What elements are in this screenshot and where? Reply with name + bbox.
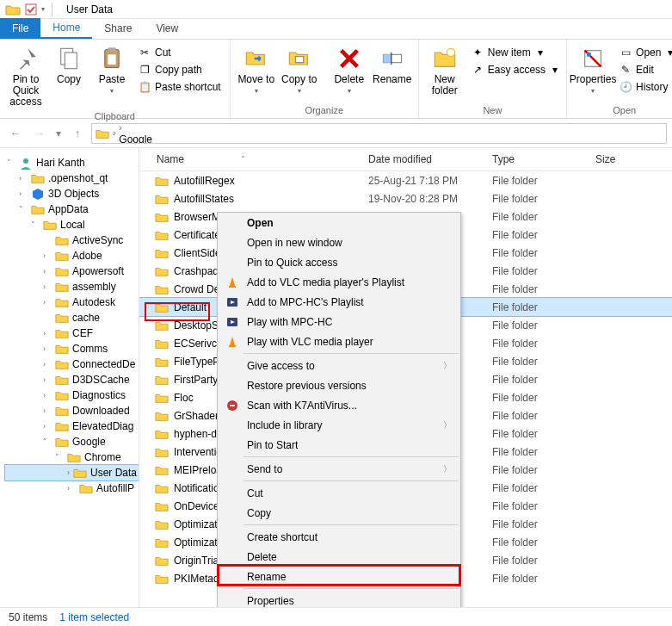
paste-button[interactable]: Paste ▾ (91, 43, 133, 98)
menu-item-label: Pin to Quick access (242, 257, 452, 269)
open-icon: ▭ (619, 46, 632, 59)
menu-item-label: Delete (242, 551, 452, 563)
cut-button[interactable]: ✂Cut (134, 45, 225, 60)
tree-item[interactable]: ˅Google (5, 434, 139, 449)
context-menu-item[interactable]: Send to〉 (218, 459, 460, 479)
edit-button[interactable]: ✎Edit (615, 62, 672, 77)
menu-item-label: Cut (242, 487, 452, 499)
tree-item[interactable]: ˅Chrome (5, 449, 139, 465)
tree-item[interactable]: ›Autodesk (5, 294, 139, 310)
qat-dropdown-icon[interactable]: ▾ (41, 5, 45, 13)
breadcrumb[interactable]: › Hari Kanth›AppData›Local›Google›Chrome… (91, 123, 667, 144)
ribbon-tabs: File Home Share View (0, 19, 672, 40)
svg-rect-2 (65, 53, 77, 69)
pin-to-quick-access-button[interactable]: Pin to Quick access (5, 43, 46, 109)
navigation-tree[interactable]: ˅Hari Kanth›.openshot_qt›3D Objects˅AppD… (0, 148, 139, 607)
tree-item[interactable]: ›Downloaded (5, 403, 139, 418)
context-menu-item[interactable]: Scan with K7AntiVirus... (218, 395, 460, 415)
context-menu-item[interactable]: Add to MPC-HC's Playlist (218, 292, 460, 312)
tree-item[interactable]: ›ElevatedDiag (5, 418, 139, 434)
column-type[interactable]: Type (485, 148, 589, 170)
tab-share[interactable]: Share (92, 18, 144, 39)
qat-checkbox-icon[interactable] (24, 3, 38, 16)
context-menu-item[interactable]: Open in new window (218, 232, 460, 252)
back-button[interactable]: ← (5, 123, 26, 144)
tree-item[interactable]: ˅AppData (5, 201, 139, 217)
menu-item-label: Open in new window (242, 237, 452, 249)
properties-button[interactable]: Properties▾ (572, 43, 613, 98)
tree-item[interactable]: ›CEF (5, 325, 139, 341)
tree-item[interactable]: ›D3DSCache (5, 372, 139, 387)
tree-item[interactable]: ›assembly (5, 279, 139, 294)
context-menu-item[interactable]: Pin to Start (218, 435, 460, 455)
context-menu-item[interactable]: Add to VLC media player's Playlist (218, 272, 460, 292)
tree-item[interactable]: ›.openshot_qt (5, 170, 139, 186)
tree-item[interactable]: cache (5, 310, 139, 325)
context-menu-item[interactable]: Copy (218, 503, 460, 523)
context-menu-item[interactable]: Open (218, 213, 460, 232)
up-button[interactable]: ↑ (67, 123, 88, 144)
tree-item[interactable]: ›Comms (5, 341, 139, 356)
forward-button[interactable]: → (29, 123, 50, 144)
tab-home[interactable]: Home (40, 18, 92, 39)
tree-item[interactable]: ›AutofillP (5, 480, 139, 496)
move-to-button[interactable]: Move to▾ (236, 43, 277, 98)
delete-button[interactable]: Delete▾ (329, 43, 370, 98)
context-menu-item[interactable]: Play with MPC-HC (218, 312, 460, 332)
tree-item[interactable]: ›ConnectedDe (5, 356, 139, 372)
easy-access-icon: ↗ (471, 63, 484, 77)
column-date[interactable]: Date modified (361, 148, 485, 170)
folder-icon (155, 338, 169, 350)
context-menu-item[interactable]: Cut (218, 483, 460, 503)
open-button[interactable]: ▭Open ▾ (615, 45, 672, 60)
move-to-icon (243, 45, 270, 72)
tree-item[interactable]: ˅Hari Kanth (5, 155, 139, 170)
easy-access-button[interactable]: ↗Easy access ▾ (467, 62, 561, 77)
new-item-icon: ✦ (471, 46, 484, 59)
copy-path-button[interactable]: ❐Copy path (134, 62, 225, 77)
new-folder-button[interactable]: New folder (424, 43, 465, 98)
list-row[interactable]: AutofillRegex25-Aug-21 7:18 PMFile folde… (139, 171, 672, 189)
context-menu-item[interactable]: Include in library〉 (218, 415, 460, 435)
file-type: File folder (485, 247, 589, 259)
paste-shortcut-icon: 📋 (138, 80, 151, 94)
list-row[interactable]: AutofillStates19-Nov-20 8:28 PMFile fold… (139, 189, 672, 208)
copy-button[interactable]: Copy (48, 43, 89, 87)
folder-icon (155, 301, 169, 313)
context-menu-item[interactable]: Properties (218, 591, 460, 607)
column-size[interactable]: Size (589, 148, 657, 170)
tree-item[interactable]: ActiveSync (5, 232, 139, 248)
context-menu-item[interactable]: Rename (218, 567, 460, 586)
tab-file[interactable]: File (0, 18, 40, 39)
context-menu-item[interactable]: Delete (218, 547, 460, 567)
breadcrumb-segment[interactable]: Google (119, 133, 168, 144)
status-selected: 1 item selected (59, 611, 129, 623)
new-item-button[interactable]: ✦New item ▾ (467, 45, 561, 60)
context-menu-item[interactable]: Give access to〉 (218, 356, 460, 375)
quick-access-toolbar: ▾ (0, 3, 61, 16)
context-menu-item[interactable]: Restore previous versions (218, 375, 460, 395)
tree-item[interactable]: ˅Local (5, 217, 139, 232)
tree-item[interactable]: ›Apowersoft (5, 263, 139, 279)
column-name[interactable]: Name˄ (139, 148, 361, 170)
recent-dropdown[interactable]: ▾ (53, 123, 64, 144)
context-menu-item[interactable]: Pin to Quick access (218, 252, 460, 272)
tree-item[interactable]: ›Adobe (5, 248, 139, 263)
tree-item[interactable]: ›User Data (5, 465, 139, 480)
copy-to-button[interactable]: Copy to▾ (279, 43, 320, 98)
rename-button[interactable]: Rename (372, 43, 413, 87)
context-menu-item[interactable]: Create shortcut (218, 527, 460, 547)
history-button[interactable]: 🕘History (615, 79, 672, 95)
tab-view[interactable]: View (144, 18, 190, 39)
tree-item[interactable]: ›3D Objects (5, 186, 139, 201)
status-bar: 50 items 1 item selected (0, 607, 672, 626)
folder-icon (155, 410, 169, 422)
tree-item[interactable]: ›Diagnostics (5, 387, 139, 403)
context-menu-item[interactable]: Play with VLC media player (218, 332, 460, 351)
paste-shortcut-button[interactable]: 📋Paste shortcut (134, 79, 225, 95)
menu-item-label: Pin to Start (242, 439, 452, 451)
folder-icon (155, 229, 169, 241)
file-type: File folder (485, 229, 589, 241)
folder-icon (155, 193, 169, 205)
file-type: File folder (485, 555, 589, 567)
